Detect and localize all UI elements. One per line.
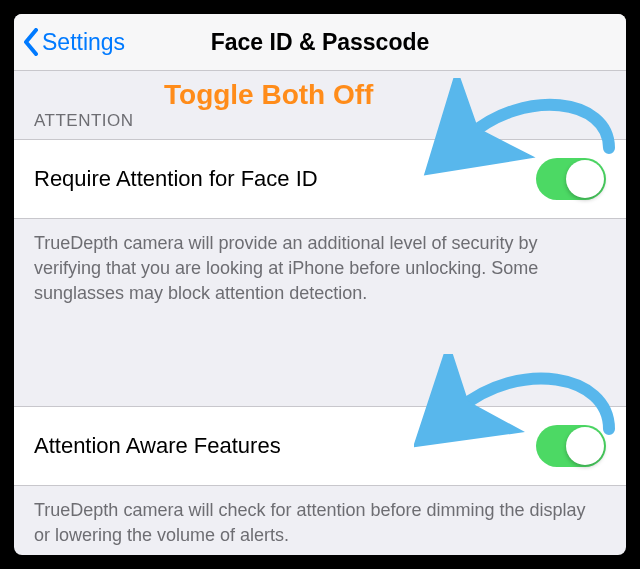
navbar: Settings Face ID & Passcode — [14, 14, 626, 71]
cell-label-require: Require Attention for Face ID — [34, 166, 318, 192]
section-gap — [14, 334, 626, 406]
footer-attention-aware: TrueDepth camera will check for attentio… — [14, 486, 626, 552]
chevron-left-icon — [22, 28, 40, 56]
annotation-text: Toggle Both Off — [164, 79, 373, 111]
cell-attention-aware[interactable]: Attention Aware Features — [14, 406, 626, 486]
toggle-knob — [566, 160, 604, 198]
footer-require-attention: TrueDepth camera will provide an additio… — [14, 219, 626, 334]
cell-label-aware: Attention Aware Features — [34, 433, 281, 459]
section-header-attention: ATTENTION — [34, 111, 134, 131]
toggle-knob — [566, 427, 604, 465]
back-button[interactable]: Settings — [22, 14, 125, 70]
section-header-row: ATTENTION Toggle Both Off — [14, 71, 626, 139]
cell-require-attention[interactable]: Require Attention for Face ID — [14, 139, 626, 219]
back-label: Settings — [42, 29, 125, 56]
toggle-attention-aware[interactable] — [536, 425, 606, 467]
toggle-require-attention[interactable] — [536, 158, 606, 200]
settings-pane: Settings Face ID & Passcode ATTENTION To… — [14, 14, 626, 555]
